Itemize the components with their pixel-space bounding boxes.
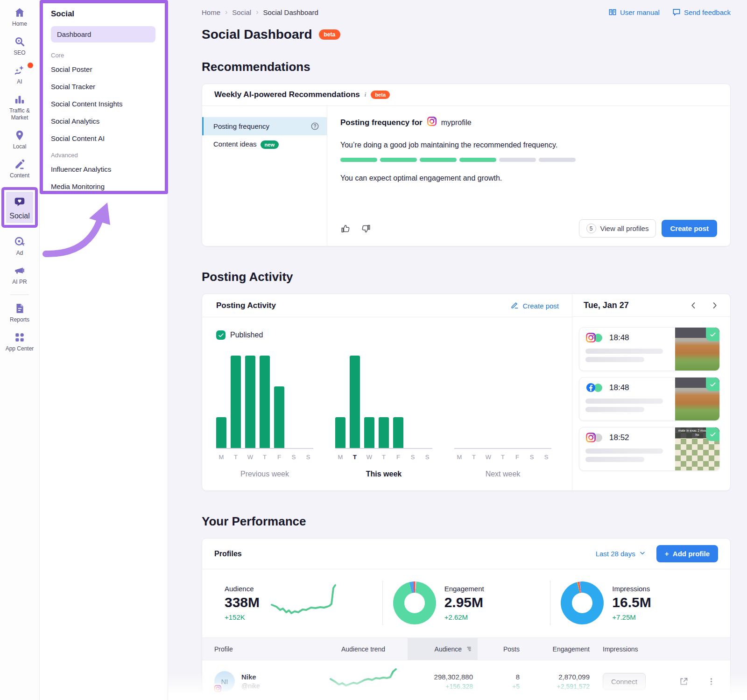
profiles-card: Profiles Last 28 days + Add profile Audi…: [202, 538, 731, 700]
tab-posting-frequency[interactable]: Posting frequency: [202, 117, 327, 135]
sidebar-item-seo[interactable]: SEO: [1, 35, 38, 56]
published-checkbox[interactable]: Published: [216, 330, 572, 340]
chart-baseline: [335, 448, 432, 449]
connect-button[interactable]: Connect: [603, 673, 646, 690]
sidebar-item-appcenter[interactable]: App Center: [1, 331, 38, 352]
info-icon[interactable]: i: [365, 91, 366, 98]
sidebar-item-influencer-analytics[interactable]: Influencer Analytics: [51, 165, 155, 173]
instagram-icon: [585, 332, 596, 343]
profile-name: Nike: [241, 673, 260, 681]
day-label: M: [335, 454, 345, 461]
column-header-audience[interactable]: Audience: [408, 638, 478, 660]
sidebar-item-ad[interactable]: Ad: [1, 236, 38, 257]
progress-segment: [499, 158, 536, 162]
sidebar-item-content[interactable]: Content: [1, 158, 38, 179]
scheduled-post-card[interactable]: 18:48: [579, 377, 720, 421]
rail-item-label: Reports: [10, 316, 29, 323]
sidebar-item-traffic[interactable]: Traffic & Market: [1, 93, 38, 121]
local-icon: [14, 129, 26, 141]
sidebar-item-social[interactable]: Social: [6, 192, 33, 223]
bar[interactable]: [231, 356, 241, 448]
chevron-right-icon[interactable]: [710, 301, 719, 310]
sidebar-item-social-analytics[interactable]: Social Analytics: [51, 117, 155, 125]
user-manual-link[interactable]: User manual: [608, 7, 660, 17]
bar[interactable]: [379, 417, 389, 448]
sidebar-item-home[interactable]: Home: [1, 7, 38, 28]
traffic-icon: [14, 93, 26, 105]
sidebar-item-social-content-ai[interactable]: Social Content AI: [51, 134, 155, 142]
recommendations-heading: Recommendations: [202, 60, 731, 74]
sidebar-item-dashboard[interactable]: Dashboard: [51, 26, 155, 42]
published-check-badge: [706, 427, 719, 441]
column-header-posts[interactable]: Posts: [478, 638, 520, 660]
help-icon[interactable]: [310, 122, 319, 131]
sidebar-item-social-poster[interactable]: Social Poster: [51, 65, 155, 73]
beta-badge: beta: [319, 29, 341, 40]
external-link-icon[interactable]: [679, 677, 689, 686]
send-feedback-link[interactable]: Send feedback: [672, 7, 731, 17]
create-post-link[interactable]: Create post: [510, 301, 559, 311]
new-badge: new: [261, 140, 279, 149]
sidebar-item-social-content-insights[interactable]: Social Content Insights: [51, 100, 155, 108]
aipr-icon: [14, 265, 26, 277]
rail-item-label: SEO: [14, 49, 25, 56]
bar[interactable]: [335, 417, 345, 448]
audience-cell: 298,302,880+156,328: [408, 666, 478, 697]
highlight-box-social: Social: [1, 187, 38, 228]
progress-segment: [380, 158, 417, 162]
bar[interactable]: [245, 356, 255, 448]
column-header-profile[interactable]: Profile: [202, 638, 319, 660]
view-all-profiles-button[interactable]: 5 View all profiles: [579, 219, 656, 238]
bar[interactable]: [274, 386, 284, 448]
bar[interactable]: [216, 417, 226, 448]
breadcrumb-item[interactable]: Social: [232, 8, 251, 16]
pencil-icon: [510, 301, 519, 311]
blurred-text: [585, 457, 644, 462]
breadcrumb-item: Social Dashboard: [263, 8, 318, 16]
create-post-button[interactable]: Create post: [662, 220, 717, 237]
day-label: W: [483, 454, 493, 461]
day-label: S: [541, 454, 551, 461]
bar[interactable]: [393, 417, 403, 448]
scheduled-post-card[interactable]: 18:52 mate in exac 2 moves, but ho: [579, 427, 720, 471]
thumbs-up-icon[interactable]: [340, 224, 351, 234]
add-profile-button[interactable]: + Add profile: [656, 545, 718, 562]
profile-handle: @nike: [241, 682, 260, 690]
sidebar-item-reports[interactable]: Reports: [1, 302, 38, 323]
sidebar-item-aipr[interactable]: AI PR: [1, 265, 38, 286]
breadcrumb-separator: ›: [256, 8, 258, 16]
column-header-impressions[interactable]: Impressions: [590, 638, 660, 660]
sidebar-item-local[interactable]: Local: [1, 129, 38, 150]
chart-group-this-week: MTWTFSSThis week: [335, 356, 432, 478]
thumbs-down-icon[interactable]: [361, 224, 371, 234]
rail-item-label: Social: [9, 212, 30, 220]
rail-item-label: Home: [12, 21, 27, 28]
profiles-card-title: Profiles: [214, 550, 242, 558]
bar[interactable]: [350, 356, 360, 448]
social-icon: [14, 196, 26, 210]
bar[interactable]: [364, 417, 374, 448]
column-header-engagement[interactable]: Engagement: [520, 638, 590, 660]
beta-badge: beta: [371, 91, 390, 99]
kebab-menu-icon[interactable]: [706, 677, 716, 686]
sidebar-item-ai[interactable]: AI: [1, 64, 38, 85]
posts-cell: 8+5: [478, 666, 520, 697]
column-header-audience-trend[interactable]: Audience trend: [319, 638, 408, 660]
kpi-audience: Audience 338M +152K: [214, 581, 382, 625]
instagram-icon: [585, 432, 596, 443]
facebook-icon: [585, 382, 596, 393]
sidebar-item-social-tracker[interactable]: Social Tracker: [51, 83, 155, 91]
profiles-table: ProfileAudience trendAudiencePostsEngage…: [202, 637, 730, 700]
profile-cell[interactable]: NI Nike @nike: [202, 665, 319, 698]
week-label: Previous week: [216, 470, 313, 478]
engagement-cell: 2,870,099+2,591,572: [520, 666, 590, 697]
scheduled-post-card[interactable]: 18:48: [579, 327, 720, 371]
date-range-select[interactable]: Last 28 days: [596, 549, 646, 558]
progress-segment: [420, 158, 457, 162]
tab-content-ideas[interactable]: Content ideasnew: [202, 135, 327, 153]
bar[interactable]: [260, 356, 270, 448]
blurred-text: [585, 407, 644, 412]
breadcrumb-item[interactable]: Home: [202, 8, 220, 16]
chevron-left-icon[interactable]: [689, 301, 698, 310]
sidebar-item-media-monitoring[interactable]: Media Monitoring: [51, 182, 155, 190]
